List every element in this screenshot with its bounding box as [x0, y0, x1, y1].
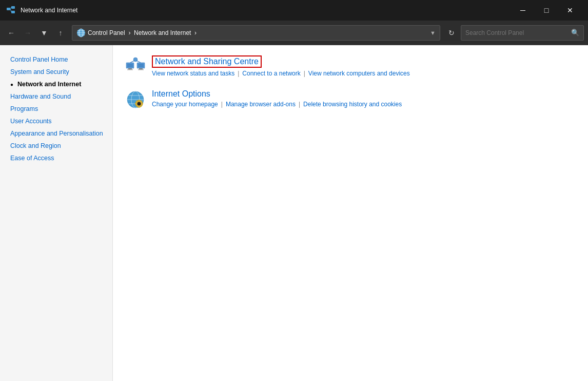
svg-point-27	[138, 102, 141, 106]
forward-button[interactable]: →	[21, 26, 35, 40]
sidebar-link-system-and-security[interactable]: System and Security	[10, 68, 69, 75]
window-title: Network and Internet	[21, 7, 511, 14]
link-change-homepage[interactable]: Change your homepage	[152, 101, 218, 108]
close-button[interactable]: ✕	[558, 3, 582, 18]
svg-rect-28	[139, 100, 140, 101]
sidebar-item-appearance-and-personalisation[interactable]: Appearance and Personalisation	[0, 127, 112, 140]
address-icon	[76, 28, 86, 37]
window-controls: ─ □ ✕	[511, 3, 582, 18]
internet-options-title[interactable]: Internet Options	[152, 89, 210, 99]
window: Network and Internet ─ □ ✕ ← → ▼ ↑ Con	[0, 0, 588, 381]
sidebar-item-ease-of-access[interactable]: Ease of Access	[0, 152, 112, 164]
link-delete-browsing-history[interactable]: Delete browsing history and cookies	[303, 101, 402, 108]
internet-options-icon	[125, 89, 146, 110]
svg-line-3	[10, 7, 11, 9]
sidebar-item-hardware-and-sound[interactable]: Hardware and Sound	[0, 90, 112, 103]
link-view-network-status[interactable]: View network status and tasks	[152, 70, 234, 77]
svg-rect-1	[11, 6, 15, 9]
link-manage-browser-addons[interactable]: Manage browser add-ons	[226, 101, 296, 108]
svg-rect-29	[139, 106, 140, 108]
back-button[interactable]: ←	[4, 26, 18, 40]
svg-rect-30	[135, 103, 136, 104]
sidebar-link-ease-of-access[interactable]: Ease of Access	[10, 155, 54, 162]
sidebar-item-system-and-security[interactable]: System and Security	[0, 66, 112, 78]
sidebar-item-programs[interactable]: Programs	[0, 103, 112, 115]
search-input[interactable]	[465, 29, 571, 36]
section-internet-options: Internet Options Change your homepage | …	[125, 89, 576, 110]
internet-options-links: Change your homepage | Manage browser ad…	[152, 101, 402, 108]
sidebar-link-appearance-and-personalisation[interactable]: Appearance and Personalisation	[10, 130, 103, 137]
svg-rect-2	[11, 11, 15, 13]
sidebar: Control Panel Home System and Security ●…	[0, 45, 113, 381]
svg-rect-20	[138, 64, 144, 67]
sep2: |	[304, 70, 305, 77]
svg-rect-12	[127, 69, 133, 70]
sidebar-item-network-and-internet[interactable]: ● Network and Internet	[0, 78, 112, 90]
section-network-sharing-centre: Network and Sharing Centre View network …	[125, 55, 576, 77]
network-sharing-centre-links: View network status and tasks | Connect …	[152, 70, 410, 77]
search-bar[interactable]: 🔍	[461, 25, 584, 41]
main-panel: Network and Sharing Centre View network …	[113, 45, 588, 381]
address-chevron[interactable]: ▼	[430, 30, 436, 36]
internet-options-content: Internet Options Change your homepage | …	[152, 89, 402, 108]
svg-rect-11	[128, 68, 132, 69]
sidebar-item-clock-and-region[interactable]: Clock and Region	[0, 140, 112, 152]
maximize-button[interactable]: □	[535, 3, 558, 18]
sidebar-item-user-accounts[interactable]: User Accounts	[0, 115, 112, 127]
svg-rect-19	[127, 64, 133, 67]
link-view-network-computers[interactable]: View network computers and devices	[308, 70, 410, 77]
svg-rect-14	[139, 68, 143, 69]
svg-line-4	[10, 9, 11, 12]
breadcrumb-text: Control Panel › Network and Internet ›	[88, 29, 428, 36]
network-sharing-centre-content: Network and Sharing Centre View network …	[152, 55, 410, 77]
active-bullet: ●	[10, 82, 13, 87]
sidebar-item-control-panel-home[interactable]: Control Panel Home	[0, 53, 112, 66]
sidebar-link-hardware-and-sound[interactable]: Hardware and Sound	[10, 93, 71, 100]
svg-rect-0	[7, 8, 10, 10]
svg-line-18	[136, 61, 141, 63]
network-sharing-centre-title[interactable]: Network and Sharing Centre	[152, 55, 262, 68]
title-bar: Network and Internet ─ □ ✕	[0, 0, 588, 21]
link-connect-to-network[interactable]: Connect to a network	[242, 70, 300, 77]
sidebar-label-network-and-internet: Network and Internet	[17, 81, 81, 88]
search-icon[interactable]: 🔍	[571, 29, 579, 36]
dropdown-button[interactable]: ▼	[37, 26, 51, 40]
sidebar-link-clock-and-region[interactable]: Clock and Region	[10, 142, 61, 149]
sep3: |	[221, 101, 223, 108]
window-icon	[6, 5, 16, 15]
minimize-button[interactable]: ─	[511, 3, 535, 18]
sidebar-link-programs[interactable]: Programs	[10, 105, 38, 112]
address-bar[interactable]: Control Panel › Network and Internet › ▼	[72, 25, 440, 41]
sep4: |	[299, 101, 300, 108]
sidebar-link-user-accounts[interactable]: User Accounts	[10, 118, 52, 125]
up-button[interactable]: ↑	[53, 26, 68, 40]
svg-line-17	[130, 61, 134, 63]
refresh-button[interactable]: ↻	[444, 26, 459, 40]
svg-rect-31	[142, 103, 143, 104]
network-sharing-centre-icon	[125, 55, 146, 76]
svg-rect-15	[138, 69, 144, 70]
sep1: |	[238, 70, 239, 77]
sidebar-link-control-panel-home[interactable]: Control Panel Home	[10, 56, 68, 63]
navigation-bar: ← → ▼ ↑ Control Panel › Network and Inte…	[0, 21, 588, 45]
content-area: Control Panel Home System and Security ●…	[0, 45, 588, 381]
